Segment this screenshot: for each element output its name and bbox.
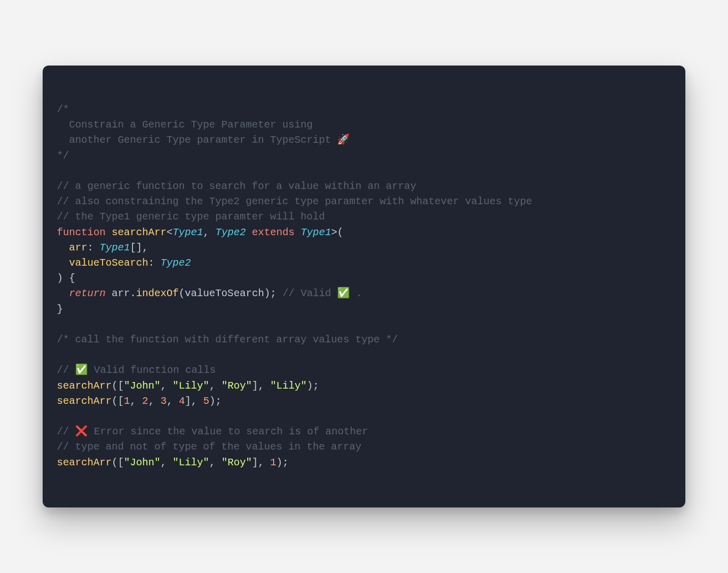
punct: ( [337,227,343,238]
number-literal: 3 [160,395,167,407]
comment-line: /* call the function with different arra… [57,334,398,345]
punct: [ [118,380,124,392]
punct: , [130,395,136,407]
comment-line: // a generic function to search for a va… [57,180,416,192]
punct: , [258,457,264,468]
method-name: indexOf [136,288,179,299]
comment-line: /* [57,104,69,115]
type-ref: Type1 [100,242,130,253]
keyword-return: return [69,288,106,299]
string-literal: "Roy" [221,457,252,468]
punct: ] [252,457,258,468]
punct: , [191,395,197,407]
number-literal: 4 [179,395,185,407]
comment-line: // ❌ Error since the value to search is … [57,426,368,437]
punct: [ [118,457,124,468]
string-literal: "John" [124,457,160,468]
keyword-extends: extends [252,227,294,238]
punct: , [148,395,154,407]
comment-line: // also constraining the Type2 generic t… [57,196,532,207]
punct: ) [209,395,215,407]
type-ref: Type2 [160,257,191,269]
string-literal: "John" [124,380,160,392]
punct: ; [270,288,276,299]
code-card: /* Constrain a Generic Type Parameter us… [43,66,685,507]
comment-line: // type and not of type of the values in… [57,441,361,453]
punct: > [331,227,337,238]
number-literal: 2 [142,395,148,407]
type-param: Type1 [173,227,203,238]
punct: ( [112,395,118,407]
identifier: valueToSearch [185,288,264,299]
punct: ( [179,288,185,299]
number-literal: 5 [203,395,209,407]
string-literal: "Roy" [221,380,252,392]
comment-line: Constrain a Generic Type Parameter using [57,119,313,131]
function-call: searchArr [57,380,112,392]
function-name: searchArr [112,227,167,238]
punct: ) [307,380,313,392]
punct: } [57,303,63,315]
comment-inline: // Valid ✅ . [282,288,362,299]
number-literal: 1 [270,457,276,468]
identifier: arr [112,288,130,299]
punct: , [160,380,167,392]
param-name: valueToSearch [69,257,148,269]
function-call: searchArr [57,457,112,468]
punct: < [167,227,173,238]
punct: . [130,288,136,299]
punct: ( [112,457,118,468]
punct: , [142,242,148,253]
punct: { [69,272,75,284]
keyword-function: function [57,227,106,238]
punct: ) [57,272,63,284]
type-param: Type1 [301,227,331,238]
punct: , [209,457,215,468]
string-literal: "Lily" [173,457,209,468]
code-block: /* Constrain a Generic Type Parameter us… [57,102,671,470]
string-literal: "Lily" [270,380,307,392]
comment-line: another Generic Type paramter in TypeScr… [57,134,350,146]
param-name: arr [69,242,87,253]
punct: : [148,257,154,269]
function-call: searchArr [57,395,112,407]
string-literal: "Lily" [173,380,209,392]
punct: ) [276,457,282,468]
type-param: Type2 [215,227,246,238]
punct: , [258,380,264,392]
punct: ] [185,395,191,407]
punct: ] [252,380,258,392]
punct: ( [112,380,118,392]
punct: ; [282,457,288,468]
punct: : [87,242,93,253]
punct: , [209,380,215,392]
punct: ; [313,380,319,392]
punct: [ [118,395,124,407]
punct: ) [264,288,270,299]
punct: , [167,395,173,407]
punct: , [160,457,167,468]
punct: , [203,227,209,238]
comment-line: // ✅ Valid function calls [57,364,216,376]
comment-line: // the Type1 generic type paramter will … [57,211,325,222]
comment-line: */ [57,150,69,162]
punct: [] [130,242,142,253]
punct: ; [215,395,221,407]
number-literal: 1 [124,395,130,407]
